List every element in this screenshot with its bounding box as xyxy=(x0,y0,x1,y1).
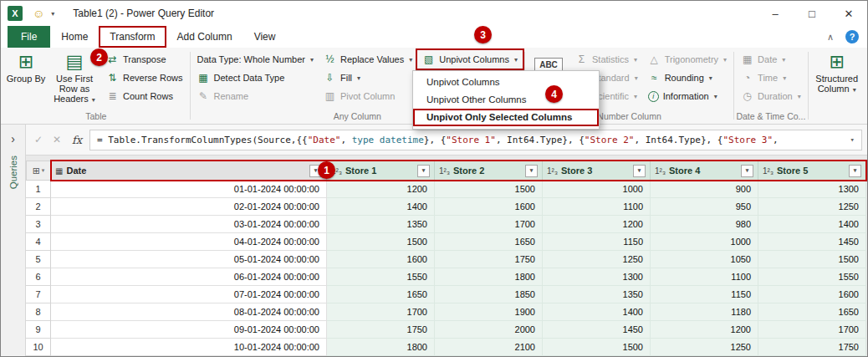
close-button[interactable]: ✕ xyxy=(830,1,867,26)
menu-item[interactable]: Unpivot Columns xyxy=(413,74,599,91)
value-cell[interactable]: 1200 xyxy=(651,321,758,339)
value-cell[interactable]: 1200 xyxy=(327,181,435,198)
value-cell[interactable]: 1600 xyxy=(327,251,435,268)
fill-button[interactable]: ⇩ Fill ▾ xyxy=(319,69,417,87)
row-number[interactable]: 6 xyxy=(26,268,51,286)
value-cell[interactable]: 900 xyxy=(651,181,758,198)
pivot-column-button[interactable]: ▥ Pivot Column xyxy=(319,87,417,105)
value-cell[interactable]: 1700 xyxy=(435,216,543,233)
date-button[interactable]: ▦ Date ▾ xyxy=(736,50,806,69)
value-cell[interactable]: 2000 xyxy=(435,321,543,339)
value-cell[interactable]: 1600 xyxy=(435,198,543,216)
value-cell[interactable]: 1450 xyxy=(543,321,651,339)
row-number[interactable]: 5 xyxy=(26,251,51,268)
value-cell[interactable]: 1500 xyxy=(327,233,435,251)
unpivot-columns-button[interactable]: ▧ Unpivot Columns ▾ xyxy=(417,50,523,69)
value-cell[interactable]: 1300 xyxy=(543,268,651,286)
filter-button[interactable]: ▾ xyxy=(417,165,430,177)
smiley-icon[interactable]: ☺ xyxy=(33,7,44,20)
value-cell[interactable]: 2100 xyxy=(435,339,543,356)
data-type-button[interactable]: Data Type: Whole Number ▾ xyxy=(192,50,319,69)
value-cell[interactable]: 1100 xyxy=(651,268,758,286)
value-cell[interactable]: 1800 xyxy=(327,339,435,356)
value-cell[interactable]: 1150 xyxy=(543,233,651,251)
value-cell[interactable]: 980 xyxy=(651,216,758,233)
date-cell[interactable]: 08-01-2024 00:00:00 xyxy=(51,303,327,321)
value-cell[interactable]: 1400 xyxy=(758,216,866,233)
tab-transform[interactable]: Transform xyxy=(99,26,166,48)
value-cell[interactable]: 1750 xyxy=(327,321,435,339)
queries-pane-label[interactable]: Queries xyxy=(8,156,18,189)
date-cell[interactable]: 09-01-2024 00:00:00 xyxy=(51,321,327,339)
table-menu-button[interactable]: ⊞ ▾ xyxy=(26,161,51,181)
value-cell[interactable]: 1750 xyxy=(435,251,543,268)
value-cell[interactable]: 1180 xyxy=(651,303,758,321)
transpose-button[interactable]: ⇄ Transpose xyxy=(101,50,188,69)
row-number[interactable]: 2 xyxy=(26,198,51,216)
date-cell[interactable]: 05-01-2024 00:00:00 xyxy=(51,251,327,268)
formula-input[interactable]: = Table.TransformColumnTypes(Source,{{"D… xyxy=(89,130,862,150)
statistics-button[interactable]: Σ Statistics ▾ xyxy=(570,50,643,69)
value-cell[interactable]: 1800 xyxy=(435,268,543,286)
value-cell[interactable]: 1450 xyxy=(758,233,866,251)
commit-icon[interactable]: ✓ xyxy=(31,134,46,145)
tab-home[interactable]: Home xyxy=(50,26,99,48)
menu-item[interactable]: Unpivot Only Selected Columns xyxy=(413,109,599,126)
value-cell[interactable]: 1150 xyxy=(651,286,758,303)
time-button[interactable]: ◔ Time ▾ xyxy=(736,69,806,87)
value-cell[interactable]: 1100 xyxy=(543,198,651,216)
filter-button[interactable]: ▾ xyxy=(849,165,861,177)
value-cell[interactable]: 1650 xyxy=(435,233,543,251)
trigonometry-button[interactable]: △ Trigonometry ▾ xyxy=(643,50,732,69)
value-cell[interactable]: 1200 xyxy=(543,216,651,233)
tab-file[interactable]: File xyxy=(8,26,50,48)
date-cell[interactable]: 04-01-2024 00:00:00 xyxy=(51,233,327,251)
value-cell[interactable]: 1350 xyxy=(543,286,651,303)
structured-column-button[interactable]: ⊞ Structured Column ▾ xyxy=(810,48,864,95)
maximize-button[interactable]: □ xyxy=(794,1,830,26)
value-cell[interactable]: 1550 xyxy=(327,268,435,286)
value-cell[interactable]: 1650 xyxy=(327,286,435,303)
qat-dropdown-icon[interactable]: ▾ xyxy=(51,10,54,18)
row-number[interactable]: 7 xyxy=(26,286,51,303)
value-cell[interactable]: 1300 xyxy=(758,181,866,198)
menu-item[interactable]: Unpivot Other Columns xyxy=(413,91,599,109)
column-header-store-1[interactable]: 1²₃ Store 1 ▾ xyxy=(327,161,435,181)
column-header-store-4[interactable]: 1²₃ Store 4 ▾ xyxy=(651,161,758,181)
filter-button[interactable]: ▾ xyxy=(633,165,646,177)
column-header-store-2[interactable]: 1²₃ Store 2 ▾ xyxy=(435,161,543,181)
replace-values-button[interactable]: ½ Replace Values ▾ xyxy=(319,50,417,69)
value-cell[interactable]: 1000 xyxy=(543,181,651,198)
date-cell[interactable]: 06-01-2024 00:00:00 xyxy=(51,268,327,286)
row-number[interactable]: 4 xyxy=(26,233,51,251)
column-header-date[interactable]: ▦ Date ▾ xyxy=(51,161,327,181)
value-cell[interactable]: 950 xyxy=(651,198,758,216)
date-cell[interactable]: 01-01-2024 00:00:00 xyxy=(51,181,327,198)
tab-add-column[interactable]: Add Column xyxy=(166,26,243,48)
value-cell[interactable]: 1050 xyxy=(651,251,758,268)
duration-button[interactable]: ◷ Duration ▾ xyxy=(736,87,806,105)
row-number[interactable]: 1 xyxy=(26,181,51,198)
value-cell[interactable]: 1250 xyxy=(543,251,651,268)
tab-view[interactable]: View xyxy=(243,26,287,48)
collapse-ribbon-icon[interactable]: ∧ xyxy=(827,32,834,43)
value-cell[interactable]: 1700 xyxy=(327,303,435,321)
minimize-button[interactable]: – xyxy=(757,1,794,26)
value-cell[interactable]: 1350 xyxy=(327,216,435,233)
detect-data-type-button[interactable]: ▦ Detect Data Type xyxy=(192,69,319,87)
value-cell[interactable]: 1250 xyxy=(758,198,866,216)
count-rows-button[interactable]: ≣ Count Rows xyxy=(101,87,188,105)
value-cell[interactable]: 1500 xyxy=(543,339,651,356)
column-header-store-3[interactable]: 1²₃ Store 3 ▾ xyxy=(543,161,651,181)
value-cell[interactable]: 1500 xyxy=(758,251,866,268)
filter-button[interactable]: ▾ xyxy=(525,165,538,177)
help-icon[interactable]: ? xyxy=(845,30,859,43)
row-number[interactable]: 10 xyxy=(26,339,51,356)
row-number[interactable]: 9 xyxy=(26,321,51,339)
value-cell[interactable]: 1400 xyxy=(327,198,435,216)
value-cell[interactable]: 1850 xyxy=(435,286,543,303)
filter-button[interactable]: ▾ xyxy=(741,165,753,177)
row-number[interactable]: 8 xyxy=(26,303,51,321)
reverse-rows-button[interactable]: ⇅ Reverse Rows xyxy=(101,69,188,87)
date-cell[interactable]: 07-01-2024 00:00:00 xyxy=(51,286,327,303)
